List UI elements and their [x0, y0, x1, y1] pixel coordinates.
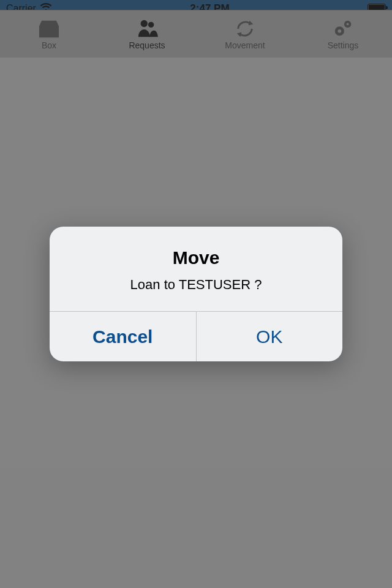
- cancel-button[interactable]: Cancel: [50, 312, 197, 361]
- alert-dialog: Move Loan to TESTUSER ? Cancel OK: [50, 227, 342, 361]
- alert-message: Loan to TESTUSER ?: [67, 277, 325, 293]
- modal-overlay: Move Loan to TESTUSER ? Cancel OK: [0, 0, 392, 588]
- alert-title: Move: [67, 247, 325, 268]
- ok-button[interactable]: OK: [197, 312, 343, 361]
